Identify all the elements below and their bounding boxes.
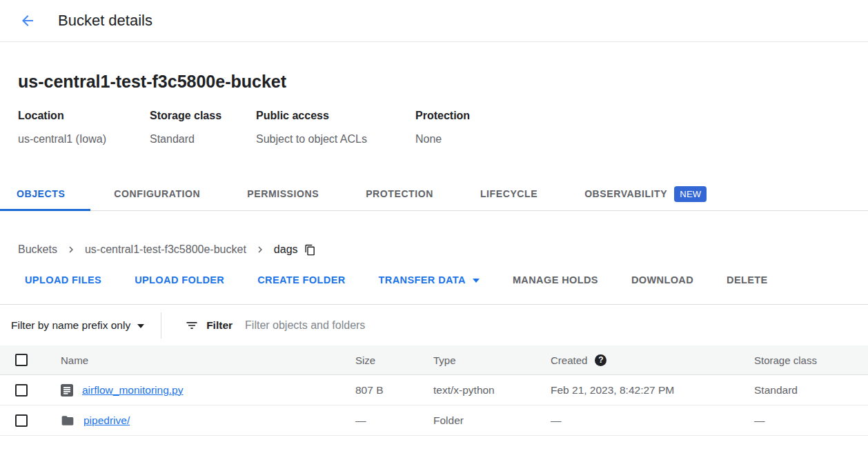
column-header-size: Size	[355, 354, 433, 366]
arrow-left-icon	[19, 12, 36, 29]
upload-folder-button[interactable]: UPLOAD FOLDER	[135, 274, 224, 285]
tab-protection[interactable]: PROTECTION	[342, 177, 457, 210]
row-checkbox[interactable]	[15, 414, 28, 427]
copy-path-button[interactable]	[304, 244, 316, 256]
name-cell: airflow_monitoring.py	[61, 384, 355, 396]
copy-icon	[304, 244, 316, 256]
breadcrumb-current-folder: dags	[274, 243, 298, 256]
upload-files-button[interactable]: UPLOAD FILES	[25, 274, 101, 285]
bucket-meta-row: Location us-central1 (Iowa) Storage clas…	[18, 110, 868, 145]
breadcrumb-bucket-name[interactable]: us-central1-test-f3c5800e-bucket	[85, 243, 246, 256]
meta-value: Subject to object ACLs	[256, 133, 415, 145]
file-icon	[61, 384, 73, 396]
button-label: DOWNLOAD	[631, 274, 693, 285]
column-header-label: Created	[551, 354, 587, 366]
breadcrumb: Buckets us-central1-test-f3c5800e-bucket…	[0, 243, 868, 256]
chevron-right-icon	[254, 243, 266, 256]
new-badge: NEW	[674, 186, 707, 202]
row-checkbox-cell	[0, 384, 61, 396]
filter-label: Filter	[206, 319, 233, 332]
column-header-name: Name	[61, 354, 355, 366]
tab-lifecycle[interactable]: LIFECYCLE	[457, 177, 561, 210]
page-title: Bucket details	[58, 12, 152, 30]
column-header-storage-class: Storage class	[754, 354, 868, 366]
meta-label: Protection	[415, 110, 470, 122]
storage-class-cell: Standard	[754, 384, 868, 396]
filter-scope-label: Filter by name prefix only	[11, 319, 130, 332]
size-cell: 807 B	[355, 384, 433, 396]
button-label: TRANSFER DATA	[379, 274, 466, 285]
meta-label: Storage class	[150, 110, 256, 122]
tab-objects[interactable]: OBJECTS	[0, 177, 90, 210]
table-row: pipedrive/ — Folder — —	[0, 405, 868, 436]
meta-label: Public access	[256, 110, 415, 122]
button-label: UPLOAD FOLDER	[135, 274, 224, 285]
column-header-type: Type	[433, 354, 551, 366]
object-actions-toolbar: UPLOAD FILES UPLOAD FOLDER CREATE FOLDER…	[0, 274, 868, 285]
header-checkbox-cell	[0, 354, 61, 366]
download-button[interactable]: DOWNLOAD	[631, 274, 693, 285]
breadcrumb-buckets[interactable]: Buckets	[18, 243, 57, 256]
tab-bar: OBJECTS CONFIGURATION PERMISSIONS PROTEC…	[0, 177, 868, 211]
table-row: airflow_monitoring.py 807 B text/x-pytho…	[0, 375, 868, 405]
name-cell: pipedrive/	[61, 414, 355, 428]
filter-bar: Filter by name prefix only Filter	[0, 304, 868, 345]
row-checkbox-cell	[0, 414, 61, 427]
button-label: MANAGE HOLDS	[513, 274, 598, 285]
created-cell: —	[551, 414, 754, 427]
tab-configuration[interactable]: CONFIGURATION	[90, 177, 224, 210]
create-folder-button[interactable]: CREATE FOLDER	[257, 274, 345, 285]
meta-label: Location	[18, 110, 150, 122]
object-link[interactable]: airflow_monitoring.py	[82, 384, 183, 396]
bucket-name: us-central1-test-f3c5800e-bucket	[18, 72, 868, 92]
type-cell: Folder	[433, 414, 551, 427]
column-header-created: Created ?	[551, 354, 754, 366]
row-checkbox[interactable]	[15, 384, 28, 396]
manage-holds-button[interactable]: MANAGE HOLDS	[513, 274, 598, 285]
dropdown-caret-icon	[473, 279, 480, 283]
size-cell: —	[355, 414, 433, 427]
tab-label: OBSERVABILITY	[584, 188, 667, 199]
meta-value: Standard	[150, 133, 256, 145]
filter-scope-dropdown[interactable]: Filter by name prefix only	[11, 319, 144, 332]
tab-label: PERMISSIONS	[247, 188, 319, 199]
tab-observability[interactable]: OBSERVABILITY NEW	[561, 177, 730, 210]
meta-location: Location us-central1 (Iowa)	[18, 110, 150, 145]
tab-label: PROTECTION	[366, 188, 433, 199]
folder-icon	[61, 414, 75, 428]
delete-button[interactable]: DELETE	[727, 274, 768, 285]
type-cell: text/x-python	[433, 384, 551, 396]
button-label: DELETE	[727, 274, 768, 285]
filter-list-icon	[185, 319, 199, 332]
back-button[interactable]	[14, 7, 41, 34]
storage-class-cell: —	[754, 414, 868, 427]
tab-label: LIFECYCLE	[480, 188, 537, 199]
tab-label: CONFIGURATION	[114, 188, 200, 199]
transfer-data-button[interactable]: TRANSFER DATA	[379, 274, 480, 285]
dropdown-caret-icon	[137, 324, 144, 328]
filter-input[interactable]	[245, 319, 868, 332]
meta-public-access: Public access Subject to object ACLs	[256, 110, 415, 145]
created-cell: Feb 21, 2023, 8:42:27 PM	[551, 384, 754, 396]
select-all-checkbox[interactable]	[15, 354, 28, 366]
tab-label: OBJECTS	[17, 188, 65, 199]
top-app-bar: Bucket details	[0, 0, 868, 42]
button-label: UPLOAD FILES	[25, 274, 101, 285]
meta-value: None	[415, 133, 470, 145]
table-header: Name Size Type Created ? Storage class	[0, 345, 868, 375]
help-icon[interactable]: ?	[595, 354, 606, 366]
meta-value: us-central1 (Iowa)	[18, 133, 150, 145]
meta-protection: Protection None	[415, 110, 470, 145]
meta-storage-class: Storage class Standard	[150, 110, 256, 145]
vertical-divider	[161, 312, 161, 339]
button-label: CREATE FOLDER	[257, 274, 345, 285]
bucket-info-section: us-central1-test-f3c5800e-bucket Locatio…	[0, 72, 868, 145]
folder-link[interactable]: pipedrive/	[83, 414, 130, 427]
chevron-right-icon	[65, 243, 77, 256]
tab-permissions[interactable]: PERMISSIONS	[224, 177, 342, 210]
